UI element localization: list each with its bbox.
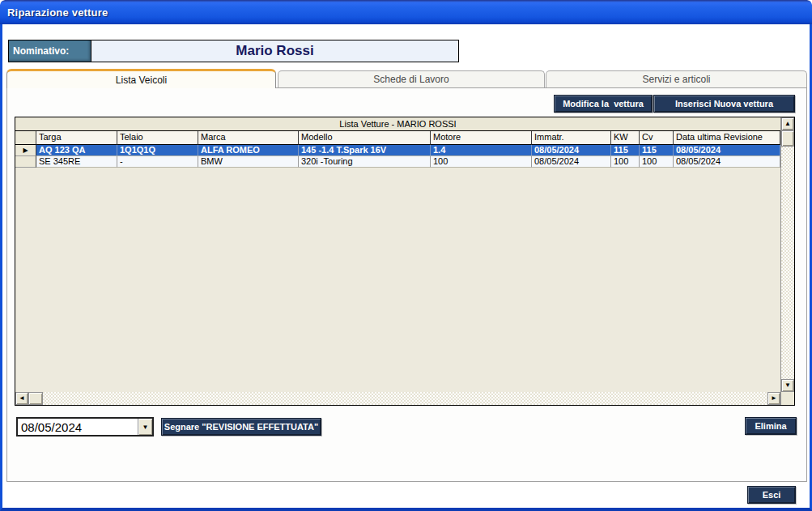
combo-dropdown-button[interactable]: ▼ — [138, 419, 152, 435]
row-selector-header — [15, 131, 36, 145]
tab-servizi-e-articoli[interactable]: Servizi e articoli — [546, 70, 807, 87]
tab-schede-di-lavoro[interactable]: Schede di Lavoro — [278, 70, 545, 87]
tab-lista-veicoli[interactable]: Lista Veicoli — [6, 69, 276, 88]
cell-targa[interactable]: SE 345RE — [36, 156, 117, 168]
table-row[interactable]: SE 345RE - BMW 320i -Touring 100 08/05/2… — [15, 156, 780, 168]
scroll-down-icon: ▼ — [784, 382, 791, 389]
vehicles-grid-main: Lista Vetture - MARIO ROSSI Targa Telaio… — [15, 117, 780, 405]
exit-button[interactable]: Esci — [747, 486, 796, 504]
cell-cv[interactable]: 115 — [640, 145, 674, 156]
vertical-scrollbar-track[interactable] — [781, 147, 794, 379]
cell-motore[interactable]: 1.4 — [431, 145, 532, 156]
scroll-down-button[interactable]: ▼ — [781, 379, 794, 392]
scroll-left-button[interactable]: ◄ — [15, 392, 28, 405]
cell-marca[interactable]: BMW — [198, 156, 299, 168]
cell-immatr[interactable]: 08/05/2024 — [532, 156, 611, 168]
revision-date-value[interactable]: 08/05/2024 — [18, 419, 138, 435]
tab-page-lista-veicoli: Modifica la vettura Inserisci Nuova vett… — [6, 87, 807, 482]
titlebar[interactable]: Riparazione vetture — [0, 0, 812, 24]
grid-empty-area — [15, 168, 780, 392]
cell-kw[interactable]: 100 — [611, 156, 640, 168]
column-header-cv[interactable]: Cv — [640, 131, 674, 145]
cell-telaio[interactable]: - — [117, 156, 198, 168]
scrollbar-corner — [781, 392, 794, 405]
column-header-marca[interactable]: Marca — [198, 131, 299, 145]
delete-button[interactable]: Elimina — [745, 417, 797, 435]
cell-kw[interactable]: 115 — [611, 145, 640, 156]
nominativo-field-group: Nominativo: Mario Rossi — [8, 40, 459, 62]
window-title: Riparazione vetture — [0, 6, 108, 19]
grid-caption: Lista Vetture - MARIO ROSSI — [15, 117, 780, 131]
cell-cv[interactable]: 100 — [640, 156, 674, 168]
scroll-up-icon: ▲ — [784, 121, 791, 127]
column-header-kw[interactable]: KW — [611, 131, 640, 145]
column-header-telaio[interactable]: Telaio — [117, 131, 198, 145]
cell-telaio[interactable]: 1Q1Q1Q — [117, 145, 198, 156]
cell-immatr[interactable]: 08/05/2024 — [532, 145, 611, 156]
chevron-down-icon: ▼ — [142, 424, 149, 431]
grid-header-row: Targa Telaio Marca Modello Motore Immatr… — [15, 131, 780, 145]
modify-vehicle-button[interactable]: Modifica la vettura — [554, 95, 653, 113]
cell-modello[interactable]: 320i -Touring — [299, 156, 431, 168]
column-header-data-ultima-revisione[interactable]: Data ultima Revisione — [674, 131, 780, 145]
scroll-up-button[interactable]: ▲ — [781, 117, 794, 130]
scroll-right-button[interactable]: ► — [767, 392, 780, 405]
cell-data-ultima-revisione[interactable]: 08/05/2024 — [674, 156, 780, 168]
nominativo-value[interactable]: Mario Rossi — [91, 40, 458, 62]
horizontal-scrollbar-track[interactable] — [43, 392, 767, 405]
revision-date-combobox[interactable]: 08/05/2024 ▼ — [16, 417, 154, 436]
scroll-right-icon: ► — [771, 395, 777, 402]
vertical-scrollbar-thumb[interactable] — [781, 130, 794, 147]
window-body: Nominativo: Mario Rossi Lista Veicoli Sc… — [0, 24, 812, 511]
cell-targa[interactable]: AQ 123 QA — [36, 145, 117, 156]
cell-modello[interactable]: 145 -1.4 T.Spark 16V — [299, 145, 431, 156]
scroll-left-icon: ◄ — [19, 395, 25, 402]
table-row[interactable]: ▶ AQ 123 QA 1Q1Q1Q ALFA ROMEO 145 -1.4 T… — [15, 145, 780, 156]
horizontal-scrollbar-thumb[interactable] — [28, 392, 43, 405]
mark-revision-button[interactable]: Segnare "REVISIONE EFFETTUATA" — [161, 418, 321, 436]
column-header-immatr[interactable]: Immatr. — [532, 131, 611, 145]
nominativo-label: Nominativo: — [9, 40, 91, 62]
column-header-modello[interactable]: Modello — [299, 131, 431, 145]
vehicles-grid: Lista Vetture - MARIO ROSSI Targa Telaio… — [15, 117, 795, 406]
cell-marca[interactable]: ALFA ROMEO — [198, 145, 299, 156]
row-selector-cell[interactable]: ▶ — [15, 145, 36, 156]
insert-new-vehicle-button[interactable]: Inserisci Nuova vettura — [653, 95, 795, 113]
vertical-scrollbar[interactable]: ▲ ▼ — [780, 117, 794, 405]
app-window: Riparazione vetture Nominativo: Mario Ro… — [0, 0, 812, 511]
horizontal-scrollbar[interactable]: ◄ ► — [15, 392, 780, 405]
cell-motore[interactable]: 100 — [431, 156, 532, 168]
column-header-motore[interactable]: Motore — [431, 131, 532, 145]
cell-data-ultima-revisione[interactable]: 08/05/2024 — [674, 145, 780, 156]
row-selector-icon: ▶ — [23, 147, 28, 154]
column-header-targa[interactable]: Targa — [36, 131, 117, 145]
row-selector-cell[interactable] — [15, 156, 36, 168]
